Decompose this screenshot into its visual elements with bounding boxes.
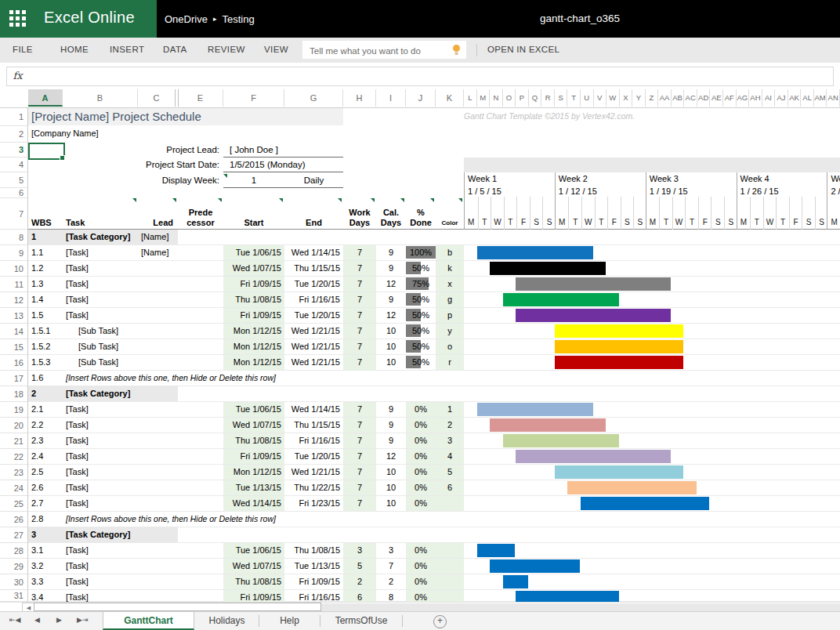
cell-color-code[interactable] <box>436 543 464 558</box>
cell-cal-days[interactable]: 3 <box>376 543 406 558</box>
cell-cal-days[interactable]: 10 <box>376 339 406 354</box>
cell-task[interactable]: [Insert Rows above this one, then Hide o… <box>66 371 317 386</box>
cell-task[interactable]: [Task] <box>66 418 160 433</box>
cell-cal-days[interactable]: 10 <box>376 324 406 339</box>
column-header-AF[interactable]: AF <box>723 89 737 107</box>
column-header-J[interactable]: J <box>406 89 436 107</box>
prev-sheet-icon[interactable]: ◀ <box>34 616 40 624</box>
fx-icon[interactable]: fx <box>6 67 29 86</box>
cell-cal-days[interactable]: 12 <box>376 277 406 291</box>
cell-task[interactable]: [Task] <box>66 543 160 558</box>
cell-start[interactable]: Tue 1/06/15 <box>223 402 284 417</box>
row-header-12[interactable]: 12 <box>0 292 28 308</box>
cell-end[interactable]: Fri 1/16/15 <box>284 292 343 307</box>
column-header-L[interactable]: L <box>464 89 477 107</box>
cell-pct-done[interactable]: 50% <box>406 324 436 339</box>
menu-review[interactable]: REVIEW <box>208 45 245 54</box>
cell-lead[interactable]: [Name] <box>141 230 177 244</box>
cell-wbs[interactable]: 1.5 <box>31 308 63 323</box>
cell-wbs[interactable]: 3.1 <box>31 543 63 558</box>
cell-pct-done[interactable]: 0% <box>406 449 436 464</box>
cell-color-code[interactable]: 4 <box>436 449 464 464</box>
next-sheet-icon[interactable]: ▶ <box>56 616 62 624</box>
cell-wbs[interactable]: 2.1 <box>31 402 63 417</box>
project-title[interactable]: [Project Name] Project Schedule <box>31 110 201 123</box>
cell-color-code[interactable]: b <box>436 245 464 260</box>
last-sheet-icon[interactable]: ▶⇥ <box>77 616 88 624</box>
column-header-R[interactable]: R <box>541 89 555 107</box>
cell-wbs[interactable]: 1.1 <box>31 245 63 260</box>
row-header-16[interactable]: 16 <box>0 355 28 371</box>
column-header-AJ[interactable]: AJ <box>775 89 788 107</box>
row-header-2[interactable]: 2 <box>0 126 28 143</box>
row-header-21[interactable]: 21 <box>0 433 28 449</box>
cell-work-days[interactable]: 7 <box>343 308 376 323</box>
cell-color-code[interactable]: 3 <box>436 433 464 448</box>
cell-work-days[interactable]: 6 <box>343 590 376 602</box>
column-header-T[interactable]: T <box>567 89 581 107</box>
cell-cal-days[interactable]: 10 <box>376 355 406 370</box>
cell-end[interactable]: Wed 1/21/15 <box>284 355 343 370</box>
cell-wbs[interactable]: 2.2 <box>31 418 63 433</box>
cell-work-days[interactable]: 7 <box>343 418 376 433</box>
cell-task[interactable]: [Task] <box>66 449 160 464</box>
column-header-V[interactable]: V <box>594 89 607 107</box>
cell-wbs[interactable]: 3.3 <box>31 574 63 589</box>
app-launcher-icon[interactable] <box>9 10 27 27</box>
cell-work-days[interactable]: 7 <box>343 402 376 417</box>
fill-handle[interactable] <box>60 155 65 161</box>
row-header-26[interactable]: 26 <box>0 512 28 527</box>
cell-wbs[interactable]: 2.3 <box>31 433 63 448</box>
cell-pct-done[interactable]: 0% <box>406 402 436 417</box>
cell-wbs[interactable]: 2 <box>31 386 63 401</box>
cell-cal-days[interactable]: 9 <box>376 292 406 307</box>
column-header-AE[interactable]: AE <box>710 89 723 107</box>
row-header-29[interactable]: 29 <box>0 559 28 574</box>
cell-lead[interactable]: [Name] <box>141 245 177 260</box>
cell-task[interactable]: [Task] <box>66 402 160 417</box>
cell-color-code[interactable] <box>436 590 464 602</box>
cell-end[interactable]: Fri 1/09/15 <box>284 574 343 589</box>
column-header-Q[interactable]: Q <box>529 89 542 107</box>
row-header-24[interactable]: 24 <box>0 480 28 496</box>
row-header-7[interactable]: 7 <box>0 198 28 230</box>
cell-color-code[interactable]: g <box>436 292 464 307</box>
cell-cal-days[interactable]: 9 <box>376 402 406 417</box>
menu-home[interactable]: HOME <box>60 45 89 54</box>
cell-wbs[interactable]: 1.3 <box>31 277 63 291</box>
cell-pct-done[interactable]: 0% <box>406 496 436 511</box>
column-header-Z[interactable]: Z <box>646 89 659 107</box>
row-header-19[interactable]: 19 <box>0 402 28 418</box>
row-header-3[interactable]: 3 <box>0 143 28 158</box>
cell-pct-done[interactable]: 50% <box>406 339 436 354</box>
row-header-17[interactable]: 17 <box>0 371 28 386</box>
cell-start[interactable]: Fri 1/09/15 <box>223 277 284 291</box>
cell-end[interactable]: Tue 1/13/15 <box>284 559 343 574</box>
cell-task[interactable]: [Sub Task] <box>78 339 172 354</box>
column-header-P[interactable]: P <box>516 89 529 107</box>
cell-pct-done[interactable]: 50% <box>406 308 436 323</box>
column-header-U[interactable]: U <box>581 89 594 107</box>
cell-pct-done[interactable]: 0% <box>406 480 436 495</box>
cell-cal-days[interactable]: 9 <box>376 418 406 433</box>
breadcrumb-onedrive[interactable]: OneDrive <box>165 13 208 25</box>
row-header-14[interactable]: 14 <box>0 324 28 339</box>
cell-task[interactable]: [Sub Task] <box>78 355 172 370</box>
cell-work-days[interactable]: 7 <box>343 324 376 339</box>
cell-color-code[interactable] <box>436 574 464 589</box>
cell-work-days[interactable]: 7 <box>343 496 376 511</box>
row-header-18[interactable]: 18 <box>0 386 28 402</box>
cell-start[interactable]: Tue 1/06/15 <box>223 543 284 558</box>
cell-work-days[interactable]: 7 <box>343 292 376 307</box>
column-header-AN[interactable]: AN <box>827 89 840 107</box>
cell-color-code[interactable]: 2 <box>436 418 464 433</box>
tab-help[interactable]: Help <box>259 612 320 630</box>
cell-color-code[interactable]: o <box>436 339 464 354</box>
cell-color-code[interactable]: 6 <box>436 480 464 495</box>
cell-wbs[interactable]: 2.5 <box>31 465 63 480</box>
open-in-excel-button[interactable]: OPEN IN EXCEL <box>487 45 559 54</box>
cell-task[interactable]: [Task] <box>66 465 160 480</box>
column-header-AL[interactable]: AL <box>801 89 814 107</box>
cell-start[interactable]: Fri 1/09/15 <box>223 449 284 464</box>
column-header-I[interactable]: I <box>376 89 406 107</box>
